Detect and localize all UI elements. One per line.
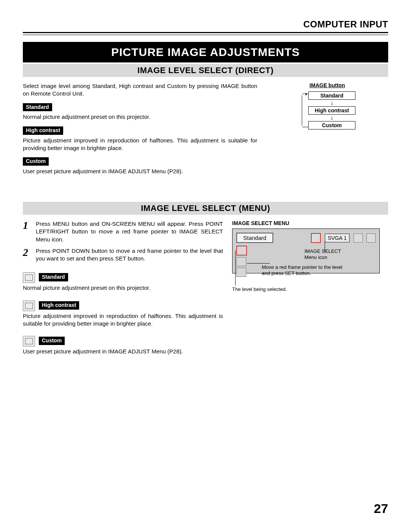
level-high-contrast: High contrast Picture adjustment improve… — [23, 126, 257, 152]
flow-custom: Custom — [308, 121, 355, 129]
level-standard: Standard Normal picture adjustment prese… — [23, 103, 257, 121]
direct-columns: Select image level among Standard, High … — [23, 82, 388, 175]
level-icon-standard — [236, 246, 247, 256]
step-2-number: 2 — [23, 247, 32, 264]
custom-tag: Custom — [23, 157, 49, 166]
page-title-bar: PICTURE IMAGE ADJUSTMENTS — [23, 42, 388, 62]
shot-title: IMAGE SELECT MENU — [232, 220, 388, 226]
step-1-text: Press MENU button and ON-SCREEN MENU wil… — [36, 220, 223, 243]
callout-line — [247, 263, 270, 264]
direct-right-col: IMAGE button Standard ↓ High contrast ↓ … — [266, 82, 388, 175]
callout-pointer: Move a red frame pointer to the level an… — [262, 264, 349, 276]
menu-highcontrast-tag: High contrast — [39, 301, 79, 310]
custom-desc: User preset picture adjustment in IMAGE … — [23, 168, 257, 175]
level-icon-custom — [236, 268, 246, 277]
highcontrast-tag: High contrast — [23, 126, 63, 135]
menu-level-custom: Custom — [23, 336, 223, 347]
shot-level-icons — [236, 246, 247, 277]
subsection-menu-heading: IMAGE LEVEL SELECT (MENU) — [23, 202, 388, 215]
image-button-flow: IMAGE button Standard ↓ High contrast ↓ … — [291, 82, 363, 129]
standard-desc: Normal picture adjustment preset on this… — [23, 113, 257, 121]
menu-highcontrast-desc: Picture adjustment improved in reproduct… — [23, 312, 223, 328]
menu-level-high-contrast: High contrast — [23, 300, 223, 311]
step-2-text: Press POINT DOWN button to move a red fr… — [36, 247, 223, 263]
section-header: COMPUTER INPUT — [23, 19, 388, 30]
highcontrast-desc: Picture adjustment improved in reproduct… — [23, 137, 257, 152]
step-1: 1 Press MENU button and ON-SCREEN MENU w… — [23, 220, 223, 245]
shot-topbar: Standard SVGA 1 — [236, 233, 376, 243]
standard-tag: Standard — [23, 103, 52, 112]
direct-left-col: Select image level among Standard, High … — [23, 82, 257, 175]
menu-custom-desc: User preset picture adjustment in IMAGE … — [23, 348, 223, 355]
level-custom: Custom User preset picture adjustment in… — [23, 157, 257, 175]
callout-selected-level: The level being selected. — [232, 286, 287, 292]
flow-standard: Standard — [308, 91, 355, 100]
callout-line — [235, 251, 236, 286]
direct-intro: Select image level among Standard, High … — [23, 82, 257, 98]
flow-loop-arrow — [299, 91, 305, 129]
arrow-down-icon: ↓ — [330, 101, 333, 105]
flow-title: IMAGE button — [309, 82, 345, 88]
page-number: 27 — [374, 501, 388, 516]
arrow-down-icon: ↓ — [330, 115, 333, 120]
menu-icon — [354, 233, 363, 243]
menu-right-col: IMAGE SELECT MENU Standard SVGA 1 — [232, 220, 388, 355]
menu-icon — [366, 233, 376, 243]
menu-custom-tag: Custom — [39, 337, 65, 345]
menu-level-standard: Standard — [23, 272, 223, 283]
menu-standard-tag: Standard — [39, 273, 68, 281]
shot-selected-label: Standard — [236, 233, 273, 243]
standard-icon — [23, 272, 35, 283]
manual-page: COMPUTER INPUT PICTURE IMAGE ADJUSTMENTS… — [0, 0, 411, 532]
rule-thick — [23, 32, 388, 33]
level-icon-highcontrast — [236, 257, 246, 266]
highcontrast-icon — [23, 300, 35, 311]
callout-menu-icon: IMAGE SELECT Menu icon — [304, 248, 350, 260]
flow-high-contrast: High contrast — [308, 106, 355, 115]
step-1-number: 1 — [23, 220, 32, 245]
image-select-menu-icon — [311, 233, 321, 243]
menu-standard-desc: Normal picture adjustment preset on this… — [23, 284, 223, 292]
shot-mode: SVGA 1 — [325, 233, 350, 243]
custom-icon — [23, 336, 35, 347]
menu-left-col: 1 Press MENU button and ON-SCREEN MENU w… — [23, 220, 223, 355]
step-2: 2 Press POINT DOWN button to move a red … — [23, 247, 223, 264]
menu-columns: 1 Press MENU button and ON-SCREEN MENU w… — [23, 220, 388, 355]
rule-thin — [23, 35, 388, 35]
subsection-direct-heading: IMAGE LEVEL SELECT (DIRECT) — [23, 64, 388, 77]
